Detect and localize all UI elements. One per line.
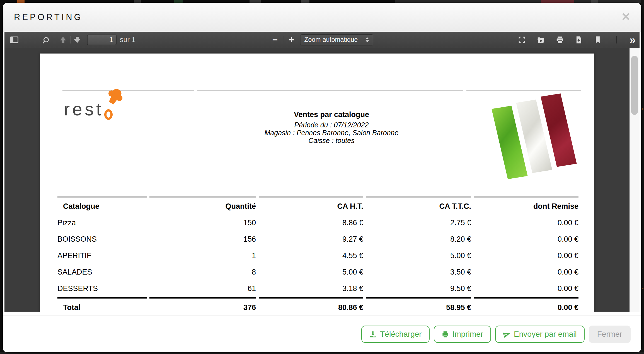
viewer-scrollbar-track[interactable] [630,48,640,312]
download-icon [369,331,377,338]
row-value: 8.86 € [259,215,363,231]
catalog-table-body: Pizza1508.86 €2.75 €0.00 €BOISSONS1569.2… [57,215,578,297]
pdf-toolbar: sur 1 − + Zoom automatique [4,32,640,48]
zoom-in-button[interactable]: + [287,35,296,44]
presentation-mode-icon [518,36,526,44]
modal-footer: Télécharger Imprimer Envoyer par email F… [3,316,641,352]
report-store: Magasin : Pennes Baronne, Salon Baronne [207,129,456,137]
background-edge-dot [642,108,643,110]
screen: REPORTING × [0,0,644,354]
column-header: CA T.T.C. [366,196,471,215]
header-band-line [466,90,581,91]
toolbar-more-icon: » [630,34,636,46]
viewer-scrollbar-thumb[interactable] [631,56,638,115]
sidebar-toggle-button[interactable] [10,37,18,43]
logo-o-mark [104,103,117,118]
pdf-viewer-frame: sur 1 − + Zoom automatique [4,32,640,312]
zoom-select[interactable]: Zoom automatique [300,34,373,45]
row-label: APERITIF [57,248,147,264]
reporting-modal: REPORTING × [3,3,641,352]
report-title: Ventes par catalogue [207,110,456,119]
pdf-viewer-area: rest [4,48,640,312]
zoom-out-icon: − [272,35,278,45]
background-fragment [541,0,574,3]
print-button[interactable] [556,36,564,44]
row-value: 3.18 € [259,280,363,297]
background-edge [641,0,644,354]
page-down-icon [74,39,80,43]
page-count-label: sur 1 [120,36,135,44]
download-pdf-button[interactable]: Télécharger [361,326,429,343]
total-value: 80.86 € [259,297,363,312]
row-label: DESSERTS [57,280,147,297]
table-row: DESSERTS613.18 €9.50 €0.00 € [57,280,578,297]
resto-logo: rest [64,100,117,118]
zoom-select-value: Zoom automatique [304,36,358,43]
search-button[interactable] [18,37,60,42]
total-label: Total [57,297,147,312]
toolbar-right-group: » [518,32,636,48]
row-value: 5.00 € [366,248,471,264]
background-fragment [174,0,183,3]
row-value: 8 [149,264,256,280]
total-value: 58.95 € [366,297,471,312]
modal-header: REPORTING × [3,3,641,32]
table-row: Pizza1508.86 €2.75 €0.00 € [57,215,578,231]
column-header: Catalogue [57,196,147,215]
report-period: Période du : 07/12/2022 [207,121,456,129]
row-value: 156 [149,231,256,248]
column-header: dont Remise [474,196,578,215]
row-value: 4.55 € [259,248,363,264]
background-fragment [301,0,309,3]
table-total-row: Total37680.86 €58.95 €0.00 € [57,297,578,312]
print-icon [556,36,564,44]
table-header-row: CatalogueQuantitéCA H.T.CA T.T.C.dont Re… [57,196,578,215]
catalog-table-foot: Total37680.86 €58.95 €0.00 € [57,297,578,312]
print-icon [442,331,449,338]
table-row: BOISSONS1569.27 €8.20 €0.00 € [57,231,578,248]
total-value: 0.00 € [474,297,578,312]
modal-title: REPORTING [14,12,83,22]
presentation-mode-button[interactable] [518,36,526,44]
report-heading: Ventes par catalogue Période du : 07/12/… [207,110,456,144]
pdf-page: rest [40,54,594,312]
zoom-in-icon: + [289,35,294,45]
toolbar-separator [283,36,284,43]
close-icon[interactable]: × [622,9,630,24]
row-value: 9.27 € [259,231,363,248]
bookmark-button[interactable] [594,36,602,44]
catalog-table-wrap: CatalogueQuantitéCA H.T.CA T.T.C.dont Re… [55,196,581,312]
next-page-button[interactable] [74,37,80,43]
toolbar-more-button[interactable]: » [630,34,636,45]
row-value: 0.00 € [474,280,578,297]
page-number-input[interactable] [87,35,117,45]
row-value: 5.00 € [259,264,363,280]
row-value: 2.75 € [366,215,471,231]
catalog-table: CatalogueQuantitéCA H.T.CA T.T.C.dont Re… [55,196,581,312]
open-file-button[interactable] [537,36,545,44]
logo-ring [104,109,113,120]
row-value: 150 [149,215,256,231]
toolbar-left-group: sur 1 [10,32,135,48]
send-email-button[interactable]: Envoyer par email [495,326,585,343]
header-band-line [197,90,463,91]
download-button[interactable] [575,36,583,44]
background-fragment [250,0,261,3]
column-header: Quantité [149,196,256,215]
row-value: 0.00 € [474,231,578,248]
report-register: Caisse : toutes [207,137,456,144]
background-fragment [134,0,141,3]
print-pdf-button[interactable]: Imprimer [434,326,491,343]
table-row: SALADES85.00 €3.50 €0.00 € [57,264,578,280]
toolbar-separator [616,36,617,43]
table-row: APERITIF14.55 €5.00 €0.00 € [57,248,578,264]
previous-page-button[interactable] [60,37,66,43]
row-value: 3.50 € [366,264,471,280]
download-button-label: Télécharger [380,330,422,339]
zoom-out-button[interactable]: − [271,35,279,44]
row-value: 8.20 € [366,231,471,248]
close-modal-button[interactable]: Fermer [589,326,631,343]
background-fragment [17,0,25,3]
total-value: 376 [149,297,256,312]
close-button-label: Fermer [597,330,622,339]
